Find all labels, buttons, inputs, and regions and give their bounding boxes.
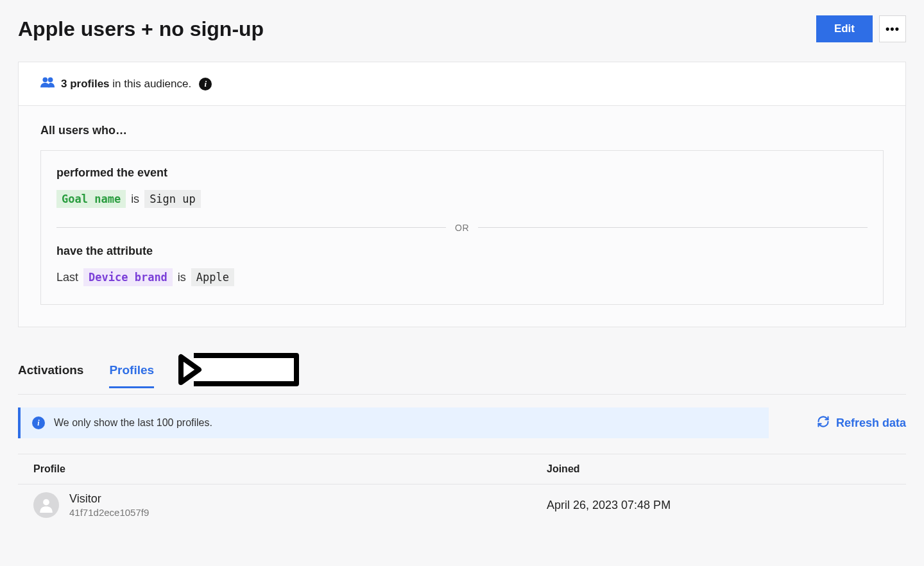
criteria-block-event: performed the event Goal name is Sign up — [56, 151, 868, 226]
edit-button[interactable]: Edit — [816, 15, 873, 42]
table-row[interactable]: Visitor 41f71d2ece1057f9 April 26, 2023 … — [18, 485, 906, 526]
attribute-prefix: Last — [56, 271, 78, 284]
arrow-annotation-icon — [175, 350, 303, 391]
header-actions: Edit ••• — [816, 15, 906, 42]
info-banner: i We only show the last 100 profiles. — [18, 407, 769, 438]
criteria-heading: All users who… — [40, 124, 884, 137]
profiles-table: Profile Joined Visitor 41f71d2ece1057f9 … — [18, 454, 906, 526]
profiles-suffix: in this audience. — [112, 78, 191, 90]
avatar — [33, 492, 59, 518]
tab-activations[interactable]: Activations — [18, 357, 83, 388]
refresh-data-button[interactable]: Refresh data — [817, 415, 906, 431]
profile-id: 41f71d2ece1057f9 — [69, 507, 149, 518]
criteria-block-title: have the attribute — [56, 244, 868, 258]
criteria-block-attribute: have the attribute Last Device brand is … — [56, 229, 868, 304]
attribute-value-chip: Apple — [191, 268, 234, 286]
goal-name-chip: Goal name — [56, 190, 126, 208]
svg-point-1 — [48, 77, 53, 82]
more-menu-button[interactable]: ••• — [879, 15, 906, 42]
page-title: Apple users + no sign-up — [18, 17, 264, 41]
info-icon: i — [32, 416, 45, 429]
tabs-row: Activations Profiles — [18, 350, 906, 395]
info-icon[interactable]: i — [199, 78, 212, 90]
criteria-section: All users who… performed the event Goal … — [18, 106, 906, 327]
profiles-count-bar: 3 profiles in this audience. i — [19, 62, 905, 105]
users-icon — [40, 76, 55, 91]
svg-point-2 — [43, 499, 49, 506]
criteria-block-title: performed the event — [56, 166, 868, 180]
refresh-icon — [817, 415, 830, 431]
audience-summary-card: 3 profiles in this audience. i — [18, 62, 906, 106]
operator-is: is — [131, 193, 139, 206]
profile-name: Visitor — [69, 492, 149, 506]
or-divider: OR — [56, 227, 868, 228]
table-header: Profile Joined — [18, 454, 906, 485]
svg-point-0 — [42, 77, 47, 82]
profiles-count: 3 profiles — [61, 78, 110, 90]
refresh-label: Refresh data — [836, 416, 906, 430]
or-label: OR — [446, 223, 478, 233]
goal-value-chip: Sign up — [144, 190, 201, 208]
col-header-profile: Profile — [33, 463, 547, 475]
joined-date: April 26, 2023 07:48 PM — [547, 499, 891, 512]
device-brand-chip: Device brand — [83, 268, 173, 286]
criteria-box: performed the event Goal name is Sign up… — [40, 150, 884, 305]
operator-is: is — [178, 271, 186, 284]
info-banner-text: We only show the last 100 profiles. — [54, 417, 212, 429]
tab-profiles[interactable]: Profiles — [109, 357, 154, 388]
col-header-joined: Joined — [547, 463, 891, 475]
